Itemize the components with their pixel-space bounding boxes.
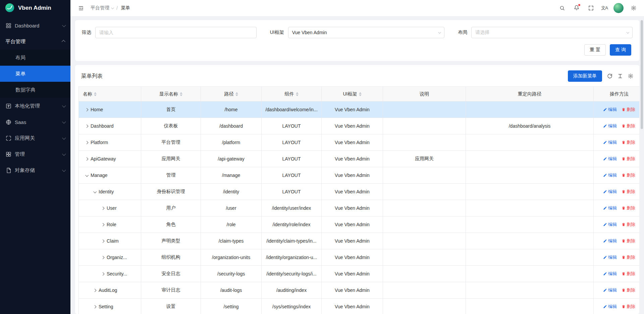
delete-icon	[622, 206, 626, 210]
breadcrumb-item-platform[interactable]: 平台管理	[91, 5, 113, 11]
sidebar-item-dashboard[interactable]: Dashboard	[0, 17, 70, 34]
edit-button[interactable]: 编辑	[603, 287, 617, 293]
column-header-5[interactable]: UI框架	[322, 87, 383, 102]
cell-redirect	[466, 200, 594, 216]
collapse-row-icon[interactable]	[85, 173, 89, 177]
delete-button[interactable]: 删除	[622, 189, 635, 195]
sidebar-item-storage[interactable]: 对象存储	[0, 162, 70, 178]
sidebar-subitem[interactable]: 菜单	[0, 66, 70, 82]
cell-redirect: /dashboard/analysis	[466, 118, 594, 134]
cell-ui-framework: Vue Vben Admin	[322, 118, 383, 134]
filter-group-layout: 布局 请选择	[458, 27, 633, 38]
expand-row-icon[interactable]	[85, 124, 89, 128]
delete-button[interactable]: 删除	[622, 156, 635, 162]
reset-button[interactable]: 重 置	[584, 44, 606, 56]
edit-icon	[603, 140, 607, 144]
app-logo[interactable]: Vben Admin	[0, 0, 70, 16]
expand-row-icon[interactable]	[101, 223, 105, 226]
expand-row-icon[interactable]	[101, 272, 105, 275]
sort-icon[interactable]	[235, 92, 238, 96]
edit-button[interactable]: 编辑	[603, 222, 617, 228]
delete-button[interactable]: 删除	[622, 304, 635, 310]
sidebar-item-platform[interactable]: 平台管理	[0, 34, 70, 50]
user-avatar[interactable]	[613, 3, 624, 13]
main-area: 平台管理 / 菜单 文A 筛选	[70, 0, 644, 314]
sort-icon[interactable]	[180, 92, 182, 96]
column-header-2[interactable]: 显示名称	[141, 87, 201, 102]
sidebar-item-gateway[interactable]: 应用网关	[0, 130, 70, 146]
edit-button[interactable]: 编辑	[603, 254, 617, 260]
row-height-icon[interactable]	[618, 73, 623, 79]
expand-row-icon[interactable]	[85, 157, 89, 161]
ui-framework-select[interactable]: Vue Vben Admin	[288, 27, 445, 38]
refresh-icon[interactable]	[607, 73, 612, 79]
sort-icon[interactable]	[94, 92, 97, 96]
edit-button[interactable]: 编辑	[603, 139, 617, 145]
cell-description	[383, 249, 466, 266]
expand-row-icon[interactable]	[85, 108, 89, 111]
expand-row-icon[interactable]	[101, 239, 105, 243]
edit-button[interactable]: 编辑	[603, 304, 617, 310]
menu-fold-icon[interactable]	[76, 4, 85, 12]
cell-display-name: 设置	[141, 299, 201, 314]
delete-button[interactable]: 删除	[622, 271, 635, 277]
edit-button[interactable]: 编辑	[603, 271, 617, 277]
collapse-row-icon[interactable]	[93, 190, 97, 193]
page-scrollbar[interactable]	[641, 20, 643, 129]
sidebar-subitem[interactable]: 数据字典	[0, 82, 70, 98]
edit-button[interactable]: 编辑	[603, 205, 617, 211]
fullscreen-icon[interactable]	[587, 4, 595, 12]
language-switch-icon[interactable]: 文A	[601, 5, 608, 11]
sidebar-item-localization[interactable]: 本地化管理	[0, 98, 70, 114]
cell-description	[383, 299, 466, 314]
sidebar-subitem-label: 数据字典	[15, 87, 36, 93]
notification-bell-icon[interactable]	[572, 4, 581, 12]
sort-icon[interactable]	[359, 92, 362, 96]
expand-row-icon[interactable]	[93, 289, 97, 292]
sidebar-item-manage[interactable]: 管理	[0, 146, 70, 162]
cell-name: Claim	[79, 233, 141, 249]
layout-select[interactable]: 请选择	[471, 27, 633, 38]
column-header-4[interactable]: 组件	[262, 87, 322, 102]
expand-row-icon[interactable]	[85, 141, 89, 144]
sidebar-subitem-label: 菜单	[15, 71, 25, 77]
edit-icon	[603, 272, 607, 276]
delete-button[interactable]: 删除	[622, 123, 635, 129]
table-row: User用户/user/identity/user/indexVue Vben …	[79, 200, 640, 216]
edit-button[interactable]: 编辑	[603, 238, 617, 244]
cell-display-name: 管理	[141, 167, 201, 184]
column-header-1[interactable]: 名称	[79, 87, 141, 102]
delete-button[interactable]: 删除	[622, 139, 635, 145]
row-name: Manage	[91, 173, 108, 178]
edit-button[interactable]: 编辑	[603, 107, 617, 113]
table-settings-gear-icon[interactable]	[628, 73, 633, 79]
edit-button[interactable]: 编辑	[603, 123, 617, 129]
sidebar-item-saas[interactable]: Saas	[0, 114, 70, 130]
delete-button[interactable]: 删除	[622, 107, 635, 113]
menu-table: 名称显示名称路径组件UI框架说明重定向路径操作方法 Home首页/home/da…	[78, 86, 639, 314]
delete-button[interactable]: 删除	[622, 254, 635, 260]
cell-name: Organiz...	[79, 249, 141, 266]
edit-button[interactable]: 编辑	[603, 156, 617, 162]
expand-row-icon[interactable]	[101, 256, 105, 259]
sidebar-subitem[interactable]: 布局	[0, 50, 70, 66]
sort-icon[interactable]	[296, 92, 299, 96]
expand-row-icon[interactable]	[101, 206, 105, 210]
column-header-3[interactable]: 路径	[201, 87, 262, 102]
delete-button[interactable]: 删除	[622, 238, 635, 244]
expand-row-icon[interactable]	[93, 305, 97, 308]
delete-button[interactable]: 删除	[622, 205, 635, 211]
search-button[interactable]: 查 询	[610, 44, 631, 56]
edit-button[interactable]: 编辑	[603, 172, 617, 178]
delete-button[interactable]: 删除	[622, 172, 635, 178]
column-header-8: 操作方法	[594, 87, 640, 102]
delete-button[interactable]: 删除	[622, 222, 635, 228]
delete-button[interactable]: 删除	[622, 287, 635, 293]
edit-button[interactable]: 编辑	[603, 189, 617, 195]
add-menu-button[interactable]: 添加新菜单	[568, 70, 602, 82]
search-icon[interactable]	[558, 4, 567, 12]
filter-keyword-input[interactable]	[95, 27, 257, 38]
cell-display-name: 身份标识管理	[141, 184, 201, 200]
localization-icon	[5, 103, 11, 109]
settings-gear-icon[interactable]	[629, 4, 638, 12]
